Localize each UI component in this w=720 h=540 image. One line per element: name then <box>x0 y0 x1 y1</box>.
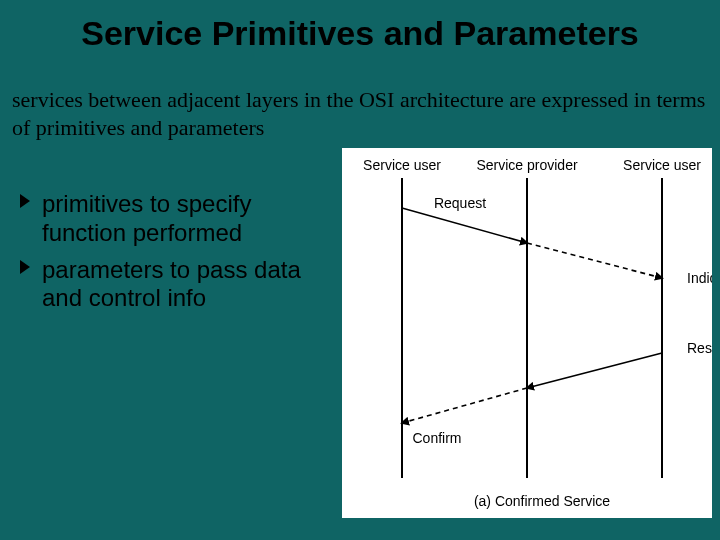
header-right: Service user <box>623 157 701 173</box>
label-response: Response <box>687 340 712 356</box>
bullet-text: parameters to pass data and control info <box>42 256 301 312</box>
arrow-response <box>527 353 662 388</box>
arrow-confirm <box>402 388 527 423</box>
arrow-request <box>402 208 527 243</box>
header-center: Service provider <box>476 157 577 173</box>
label-indication: Indication <box>687 270 712 286</box>
list-item: primitives to specify function performed <box>20 190 330 248</box>
diagram-caption: (a) Confirmed Service <box>474 493 610 509</box>
bullet-text: primitives to specify function performed <box>42 190 251 246</box>
label-request: Request <box>434 195 486 211</box>
page-title: Service Primitives and Parameters <box>0 14 720 53</box>
slide: Service Primitives and Parameters servic… <box>0 0 720 540</box>
bullet-marker-icon <box>20 260 30 274</box>
diagram-svg: Service user Service provider Service us… <box>342 148 712 518</box>
arrow-indication <box>527 243 662 278</box>
subtitle-text: services between adjacent layers in the … <box>12 86 708 141</box>
label-confirm: Confirm <box>412 430 461 446</box>
header-left: Service user <box>363 157 441 173</box>
list-item: parameters to pass data and control info <box>20 256 330 314</box>
diagram-confirmed-service: Service user Service provider Service us… <box>342 148 712 518</box>
bullet-marker-icon <box>20 194 30 208</box>
bullet-list: primitives to specify function performed… <box>20 190 330 321</box>
